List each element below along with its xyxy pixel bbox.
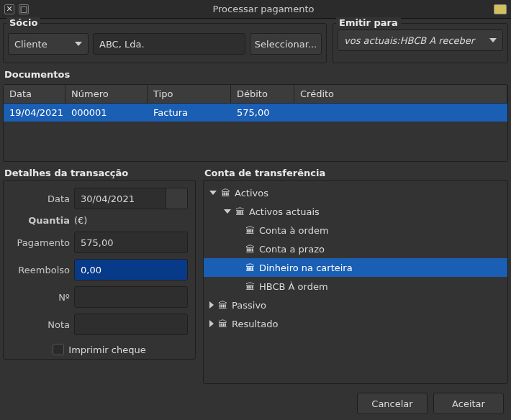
col-debito[interactable]: Débito xyxy=(231,85,294,103)
app-icon xyxy=(494,4,507,14)
cell-data: 19/04/2021 xyxy=(4,104,65,122)
socio-fieldset: Sócio Cliente ABC, Lda. Seleccionar... xyxy=(3,23,327,63)
tree-item-resultado[interactable]: 🏛 Resultado xyxy=(204,314,507,333)
cell-debito: 575,00 xyxy=(231,104,294,122)
reembolso-input[interactable]: 0,00 xyxy=(74,259,188,280)
label-reembolso: Reembolso xyxy=(11,265,70,275)
select-socio-button[interactable]: Seleccionar... xyxy=(250,33,322,55)
date-field[interactable]: 30/04/2021 xyxy=(74,188,188,209)
documents-table: Data Número Tipo Débito Crédito 19/04/20… xyxy=(3,84,508,162)
cell-credito xyxy=(294,104,507,122)
col-tipo[interactable]: Tipo xyxy=(148,85,231,103)
action-bar: Cancelar Aceitar xyxy=(3,387,508,417)
col-data[interactable]: Data xyxy=(4,85,65,103)
bank-icon: 🏛 xyxy=(245,281,255,292)
titlebar: ✕ □ Processar pagamento xyxy=(0,0,511,19)
cell-numero: 000001 xyxy=(65,104,148,122)
emitir-legend: Emitir para xyxy=(336,17,401,28)
socio-legend: Sócio xyxy=(6,17,40,28)
date-input[interactable]: 30/04/2021 xyxy=(74,188,166,209)
select-socio-label: Seleccionar... xyxy=(255,39,317,50)
socio-name-value: ABC, Lda. xyxy=(99,39,145,50)
label-quantia: Quantia xyxy=(11,215,70,226)
chevron-down-icon xyxy=(75,42,82,46)
tree-item-activos[interactable]: 🏛 Activos xyxy=(204,183,507,202)
transaction-panel: Detalhes da transacção Data 30/04/2021 Q… xyxy=(3,165,196,384)
expand-icon[interactable] xyxy=(224,209,231,214)
bank-icon: 🏛 xyxy=(235,206,245,217)
tree-item-dinheiro-carteira[interactable]: 🏛 Dinheiro na carteira xyxy=(204,258,507,277)
emitir-select[interactable]: vos actuais:HBCB A receber xyxy=(338,29,503,51)
date-picker-button[interactable] xyxy=(166,188,188,209)
expand-icon[interactable] xyxy=(209,191,217,195)
bank-icon: 🏛 xyxy=(245,225,255,236)
chevron-down-icon xyxy=(489,38,497,42)
pagamento-input[interactable]: 575,00 xyxy=(74,232,188,253)
transaction-header: Detalhes da transacção xyxy=(4,168,196,178)
documents-header-row: Data Número Tipo Débito Crédito xyxy=(4,85,507,104)
nota-input[interactable] xyxy=(74,314,188,335)
transfer-panel: Conta de transferência 🏛 Activos 🏛 Activ… xyxy=(203,165,508,384)
expand-icon[interactable] xyxy=(209,320,214,327)
socio-type-combo[interactable]: Cliente xyxy=(8,33,89,55)
emitir-fieldset: Emitir para vos actuais:HBCB A receber xyxy=(333,23,508,63)
print-cheque-label: Imprimir cheque xyxy=(68,344,145,355)
label-data: Data xyxy=(11,193,70,204)
tree-item-passivo[interactable]: 🏛 Passivo xyxy=(204,296,507,314)
socio-name-input[interactable]: ABC, Lda. xyxy=(93,33,245,55)
label-pagamento: Pagamento xyxy=(11,237,70,248)
documents-header: Documentos xyxy=(4,69,508,80)
socio-type-label: Cliente xyxy=(14,39,48,50)
col-credito[interactable]: Crédito xyxy=(294,85,507,103)
maximize-icon[interactable]: □ xyxy=(19,4,29,14)
expand-icon[interactable] xyxy=(209,301,214,309)
tree-item-conta-ordem[interactable]: 🏛 Conta à ordem xyxy=(204,221,507,239)
transfer-header: Conta de transferência xyxy=(204,168,508,178)
currency-label: (€) xyxy=(74,215,188,226)
tree-item-conta-prazo[interactable]: 🏛 Conta a prazo xyxy=(204,239,507,258)
cell-tipo: Factura xyxy=(148,104,231,122)
bank-icon: 🏛 xyxy=(218,319,227,329)
bank-icon: 🏛 xyxy=(245,262,255,273)
accept-button[interactable]: Aceitar xyxy=(433,393,504,414)
tree-item-hbcb-ordem[interactable]: 🏛 HBCB À ordem xyxy=(204,277,507,296)
print-cheque-checkbox[interactable] xyxy=(53,344,64,355)
emitir-value: vos actuais:HBCB A receber xyxy=(344,35,474,46)
window-title: Processar pagamento xyxy=(33,4,494,14)
label-nota: Nota xyxy=(11,319,70,330)
no-input[interactable] xyxy=(74,286,188,308)
cancel-button[interactable]: Cancelar xyxy=(357,393,428,414)
col-numero[interactable]: Número xyxy=(65,85,148,103)
bank-icon: 🏛 xyxy=(221,188,230,198)
label-no: Nº xyxy=(11,292,70,303)
bank-icon: 🏛 xyxy=(245,244,255,255)
bank-icon: 🏛 xyxy=(218,300,227,311)
table-row[interactable]: 19/04/2021 000001 Factura 575,00 xyxy=(4,104,507,122)
account-tree: 🏛 Activos 🏛 Activos actuais 🏛 Conta à or… xyxy=(203,180,508,384)
close-icon[interactable]: ✕ xyxy=(4,4,14,14)
tree-item-activos-actuais[interactable]: 🏛 Activos actuais xyxy=(204,202,507,221)
